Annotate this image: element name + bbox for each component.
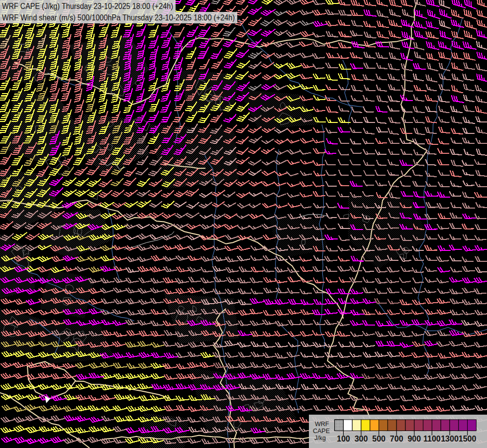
svg-text:700: 700 [390, 435, 403, 443]
svg-text:1300: 1300 [441, 435, 459, 443]
svg-text:100: 100 [337, 435, 350, 443]
svg-text:300: 300 [355, 435, 368, 443]
svg-text:CAPE: CAPE [313, 428, 330, 435]
svg-text:1100: 1100 [423, 435, 441, 443]
svg-text:500: 500 [372, 435, 386, 443]
svg-text:900: 900 [407, 435, 421, 443]
svg-text:WRF: WRF [315, 421, 329, 428]
svg-text:J/kg: J/kg [314, 435, 326, 442]
svg-text:WRF CAPE (J/kg) Thursday 23-10: WRF CAPE (J/kg) Thursday 23-10-2025 18:0… [2, 1, 173, 11]
svg-text:WRF Wind shear (m/s) 500/1000h: WRF Wind shear (m/s) 500/1000hPa Thursda… [2, 13, 235, 22]
svg-text:1500: 1500 [459, 435, 477, 443]
